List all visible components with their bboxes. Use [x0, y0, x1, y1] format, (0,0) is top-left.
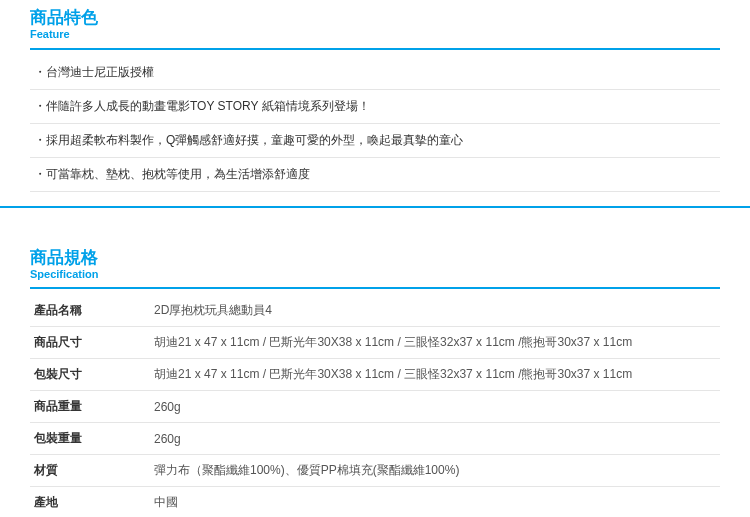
list-item: 台灣迪士尼正版授權	[30, 56, 720, 90]
feature-section: 商品特色 Feature 台灣迪士尼正版授權 伴隨許多人成長的動畫電影TOY S…	[0, 0, 750, 192]
spec-value: 2D厚抱枕玩具總動員4	[150, 295, 720, 327]
spec-title: 商品規格	[30, 248, 720, 268]
table-row: 包裝重量 260g	[30, 423, 720, 455]
spec-label: 包裝尺寸	[30, 359, 150, 391]
spec-value: 彈力布（聚酯纖維100%)、優質PP棉填充(聚酯纖維100%)	[150, 455, 720, 487]
table-row: 包裝尺寸 胡迪21 x 47 x 11cm / 巴斯光年30X38 x 11cm…	[30, 359, 720, 391]
list-item: 採用超柔軟布料製作，Q彈觸感舒適好摸，童趣可愛的外型，喚起最真摰的童心	[30, 124, 720, 158]
spec-label: 產品名稱	[30, 295, 150, 327]
spec-label: 商品尺寸	[30, 327, 150, 359]
feature-list: 台灣迪士尼正版授權 伴隨許多人成長的動畫電影TOY STORY 紙箱情境系列登場…	[30, 56, 720, 192]
list-item: 可當靠枕、墊枕、抱枕等使用，為生活增添舒適度	[30, 158, 720, 192]
feature-subtitle: Feature	[30, 28, 720, 41]
list-item: 伴隨許多人成長的動畫電影TOY STORY 紙箱情境系列登場！	[30, 90, 720, 124]
spec-subtitle: Specification	[30, 268, 720, 281]
table-row: 產地 中國	[30, 487, 720, 517]
spec-value: 胡迪21 x 47 x 11cm / 巴斯光年30X38 x 11cm / 三眼…	[150, 359, 720, 391]
spec-value: 260g	[150, 391, 720, 423]
spec-header: 商品規格 Specification	[30, 240, 720, 290]
spec-label: 產地	[30, 487, 150, 517]
section-divider	[0, 206, 750, 240]
spec-label: 包裝重量	[30, 423, 150, 455]
feature-title: 商品特色	[30, 8, 720, 28]
spec-section: 商品規格 Specification 產品名稱 2D厚抱枕玩具總動員4 商品尺寸…	[0, 240, 750, 517]
spec-value: 260g	[150, 423, 720, 455]
table-row: 商品重量 260g	[30, 391, 720, 423]
spec-label: 材質	[30, 455, 150, 487]
feature-header: 商品特色 Feature	[30, 0, 720, 50]
spec-value: 中國	[150, 487, 720, 517]
spec-table: 產品名稱 2D厚抱枕玩具總動員4 商品尺寸 胡迪21 x 47 x 11cm /…	[30, 295, 720, 517]
table-row: 商品尺寸 胡迪21 x 47 x 11cm / 巴斯光年30X38 x 11cm…	[30, 327, 720, 359]
spec-value: 胡迪21 x 47 x 11cm / 巴斯光年30X38 x 11cm / 三眼…	[150, 327, 720, 359]
spec-label: 商品重量	[30, 391, 150, 423]
table-row: 產品名稱 2D厚抱枕玩具總動員4	[30, 295, 720, 327]
table-row: 材質 彈力布（聚酯纖維100%)、優質PP棉填充(聚酯纖維100%)	[30, 455, 720, 487]
